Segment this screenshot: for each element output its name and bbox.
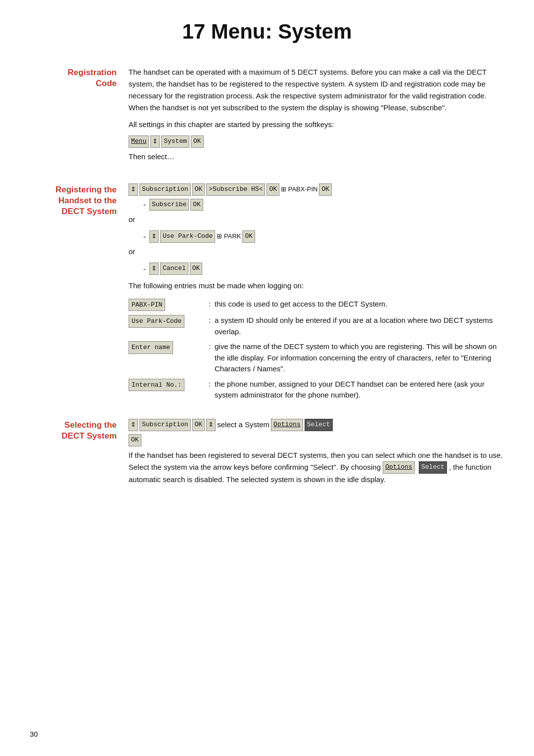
or-2: or bbox=[129, 246, 504, 258]
entries-intro: The following entries must be made when … bbox=[129, 280, 504, 292]
lcd-ok-sub: OK bbox=[192, 183, 205, 196]
nav-icon-sel: ⇕ bbox=[129, 419, 138, 431]
lcd-ok-sel2: OK bbox=[129, 434, 141, 446]
dash-1: - bbox=[143, 199, 146, 211]
dash-2: - bbox=[143, 231, 146, 243]
lcd-ok-hs: OK bbox=[267, 183, 279, 196]
entry-colon: : bbox=[208, 377, 215, 403]
then-select: Then select… bbox=[129, 151, 504, 163]
lcd-subscribe-hs: >Subscribe HS< bbox=[206, 183, 265, 196]
table-row: Use Park-Code:a system ID should only be… bbox=[129, 313, 504, 339]
entry-key: Use Park-Code bbox=[129, 313, 208, 339]
or-1: or bbox=[129, 214, 504, 225]
dash-3: - bbox=[143, 263, 146, 275]
reg-hs-label-1: Registering the bbox=[55, 185, 117, 194]
table-row: Internal No.::the phone number, assigned… bbox=[129, 377, 504, 403]
entry-desc: this code is used to get access to the D… bbox=[215, 297, 504, 313]
registration-content: The handset can be operated with a maxim… bbox=[129, 66, 504, 168]
table-row: Enter name:give the name of the DECT sys… bbox=[129, 339, 504, 377]
park-label: ⊞ PARK bbox=[217, 231, 241, 242]
reg-label-1: Registration bbox=[68, 68, 117, 77]
section-label-registration: Registration Code bbox=[30, 66, 129, 168]
nav-icon-sub: ⇕ bbox=[129, 183, 138, 196]
section-registering: Registering the Handset to the DECT Syst… bbox=[30, 183, 504, 403]
reg-hs-label-3: DECT System bbox=[62, 207, 117, 216]
table-row: PABX-PIN:this code is used to get access… bbox=[129, 297, 504, 313]
lcd-park-code: Use Park-Code bbox=[160, 230, 215, 243]
nav-icon-sel2: ⇕ bbox=[206, 419, 216, 431]
lcd-ok-cancel: OK bbox=[190, 263, 203, 275]
lcd-subscribe: Subscribe bbox=[149, 199, 189, 211]
nav-icon-1: ⇕ bbox=[150, 135, 160, 148]
entry-colon: : bbox=[208, 313, 215, 339]
entry-desc: give the name of the DECT system to whic… bbox=[215, 339, 504, 377]
section-registration-code: Registration Code The handset can be ope… bbox=[30, 66, 504, 168]
section-label-selecting: Selecting the DECT System bbox=[30, 419, 129, 490]
pabx-pin-label: ⊞ PABX-PIN bbox=[281, 184, 317, 195]
select-a-system-text: select a System bbox=[217, 419, 269, 431]
nav-icon-cancel: ⇕ bbox=[149, 263, 159, 275]
softkey-row-cancel: - ⇕ Cancel OK bbox=[129, 263, 504, 275]
lcd-sub-sel: Subscription bbox=[139, 419, 191, 431]
page-title: 17 Menu: System bbox=[30, 20, 504, 48]
entry-key: Internal No.: bbox=[129, 377, 208, 403]
softkey-note: All settings in this chapter are started… bbox=[129, 119, 504, 131]
lcd-select-inline: Select bbox=[419, 461, 447, 474]
entry-desc: the phone number, assigned to your DECT … bbox=[215, 377, 504, 403]
registration-body: The handset can be operated with a maxim… bbox=[129, 66, 504, 114]
lcd-menu: Menu bbox=[129, 135, 149, 148]
entry-desc: a system ID should only be entered if yo… bbox=[215, 313, 504, 339]
entry-colon: : bbox=[208, 297, 215, 313]
entry-colon: : bbox=[208, 339, 215, 377]
entry-key: Enter name bbox=[129, 339, 208, 377]
lcd-ok-park: OK bbox=[242, 230, 255, 243]
sel-body-text: If the handset has been registered to se… bbox=[129, 451, 503, 471]
entry-key: PABX-PIN bbox=[129, 297, 208, 313]
reg-label-2: Code bbox=[96, 79, 117, 88]
lcd-ok-1: OK bbox=[191, 135, 204, 148]
sel-label-2: DECT System bbox=[62, 431, 117, 441]
selecting-body: If the handset has been registered to se… bbox=[129, 449, 504, 486]
softkey-row-selecting: ⇕ Subscription OK ⇕ select a System Opti… bbox=[129, 419, 504, 431]
softkey-row-park: - ⇕ Use Park-Code ⊞ PARK OK bbox=[129, 230, 504, 243]
lcd-ok-subscribe: OK bbox=[190, 199, 203, 211]
selecting-content: ⇕ Subscription OK ⇕ select a System Opti… bbox=[129, 419, 504, 490]
lcd-ok-sel: OK bbox=[192, 419, 205, 431]
softkey-row-subscribe: - Subscribe OK bbox=[129, 199, 504, 211]
entries-table: PABX-PIN:this code is used to get access… bbox=[129, 297, 504, 403]
softkey-row-main: Menu ⇕ System OK bbox=[129, 135, 504, 148]
lcd-select-sel: Select bbox=[305, 419, 333, 431]
lcd-options-inline: Options bbox=[383, 461, 415, 474]
section-label-registering: Registering the Handset to the DECT Syst… bbox=[30, 183, 129, 403]
lcd-system: System bbox=[161, 135, 189, 148]
lcd-options-sel: Options bbox=[271, 419, 303, 431]
softkey-row-ok-sel: OK bbox=[129, 434, 504, 446]
section-selecting: Selecting the DECT System ⇕ Subscription… bbox=[30, 419, 504, 490]
sel-label-1: Selecting the bbox=[64, 420, 117, 430]
lcd-ok-pabx: OK bbox=[319, 183, 332, 196]
page-number: 30 bbox=[30, 730, 38, 738]
nav-icon-park: ⇕ bbox=[149, 230, 159, 243]
lcd-subscription: Subscription bbox=[139, 183, 191, 196]
lcd-cancel: Cancel bbox=[160, 263, 188, 275]
softkey-row-sub: ⇕ Subscription OK >Subscribe HS< OK ⊞ PA… bbox=[129, 183, 504, 196]
reg-hs-label-2: Handset to the bbox=[58, 196, 117, 205]
registering-content: ⇕ Subscription OK >Subscribe HS< OK ⊞ PA… bbox=[129, 183, 504, 403]
